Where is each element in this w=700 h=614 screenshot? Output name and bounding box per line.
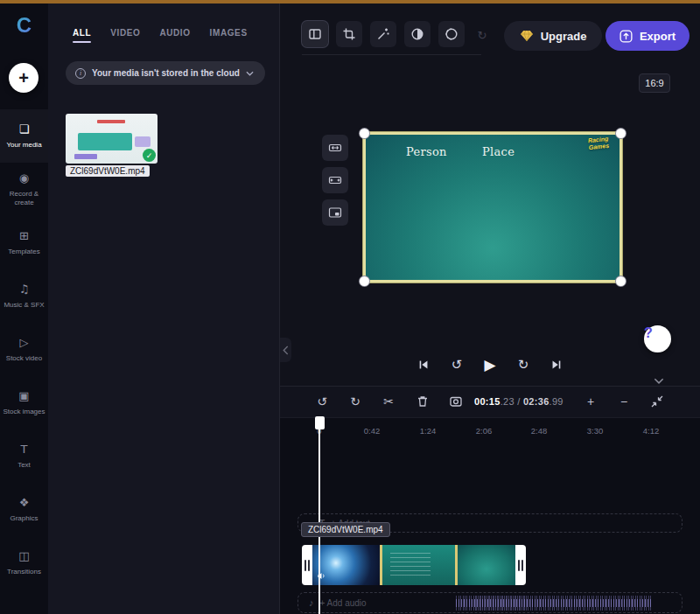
cloud-storage-banner[interactable]: i Your media isn't stored in the cloud xyxy=(66,61,265,85)
fit-video-button[interactable] xyxy=(322,135,348,161)
current-time-fraction: .23 xyxy=(500,396,514,407)
sidebar-item-text[interactable]: T Text xyxy=(0,429,48,483)
tab-all[interactable]: ALL xyxy=(73,28,91,43)
zoom-in-icon: + xyxy=(587,394,594,408)
skip-to-start-button[interactable] xyxy=(411,352,436,377)
plus-icon: + xyxy=(18,68,29,88)
tab-video[interactable]: VIDEO xyxy=(110,28,140,43)
preview-canvas[interactable]: Person Place Racing Games xyxy=(363,132,622,283)
collapse-preview-controls-button[interactable] xyxy=(648,374,670,387)
redo-icon: ↻ xyxy=(350,394,360,408)
thumbnail-art xyxy=(74,154,97,159)
transitions-icon: ◫ xyxy=(18,549,29,563)
tab-audio[interactable]: AUDIO xyxy=(159,28,190,43)
main-area: ↻ Upgrade Export 16:9 Person Place Racin… xyxy=(280,3,700,614)
crop-button[interactable] xyxy=(336,21,362,47)
skip-start-icon xyxy=(416,358,430,372)
add-media-button[interactable]: + xyxy=(9,63,38,93)
snapshot-button[interactable] xyxy=(444,390,467,413)
gem-icon xyxy=(520,29,534,43)
filters-button[interactable] xyxy=(438,21,465,47)
timeline: ↺ ↻ ✂ 00:15.23 / 02:36.99 + xyxy=(280,386,700,614)
sidebar-item-templates[interactable]: ⊞ Templates xyxy=(0,216,48,269)
add-audio-track[interactable]: ♪ + Add audio xyxy=(298,592,682,613)
video-clip-3[interactable] xyxy=(458,545,515,585)
fill-frame-icon xyxy=(328,173,342,187)
zoom-in-button[interactable]: + xyxy=(579,390,602,413)
aspect-ratio-badge[interactable]: 16:9 xyxy=(639,73,670,93)
question-mark-icon: ? xyxy=(644,325,653,340)
resize-handle-top-left[interactable] xyxy=(360,129,369,138)
resize-handle-top-right[interactable] xyxy=(616,129,626,138)
delete-button[interactable] xyxy=(411,390,434,413)
timeline-toolbar: ↺ ↻ ✂ 00:15.23 / 02:36.99 + xyxy=(280,387,700,418)
your-media-icon: ❏ xyxy=(19,122,30,136)
layout-icon xyxy=(308,27,322,41)
magic-wand-icon xyxy=(376,27,390,41)
sidebar-item-label: Music & SFX xyxy=(2,301,47,310)
trim-handle-left[interactable] xyxy=(302,545,312,585)
media-filename: ZCl69dVtW0E.mp4 xyxy=(66,165,150,177)
jump-forward-button[interactable]: ↻ xyxy=(511,352,536,377)
play-button[interactable]: ▶ xyxy=(478,352,502,377)
check-icon: ✓ xyxy=(143,149,156,162)
sidebar-item-your-media[interactable]: ❏ Your media xyxy=(0,109,48,163)
resize-handle-bottom-right[interactable] xyxy=(616,276,626,286)
sidebar-item-stock-images[interactable]: ▣ Stock images xyxy=(0,376,48,429)
help-button[interactable]: ? xyxy=(644,325,671,352)
tab-images[interactable]: IMAGES xyxy=(210,28,248,43)
ruler-tick: 0:42 xyxy=(364,426,381,436)
resize-handle-bottom-left[interactable] xyxy=(360,276,369,286)
video-clip-2[interactable] xyxy=(382,545,455,585)
clip-tooltip: ZCl69dVtW0E.mp4 xyxy=(301,522,390,537)
camera-frame-icon xyxy=(449,394,463,408)
skip-end-icon xyxy=(550,358,564,372)
trim-handle-right[interactable] xyxy=(515,545,526,585)
thumbnail-art xyxy=(135,136,150,147)
playback-controls: ↺ ▶ ↻ xyxy=(280,352,700,377)
export-label: Export xyxy=(640,30,676,43)
adjust-colors-button[interactable] xyxy=(404,21,430,47)
fit-timeline-button[interactable] xyxy=(646,390,668,413)
export-arrow-icon xyxy=(620,30,633,43)
layout-panel-button[interactable] xyxy=(302,21,328,47)
collapse-media-panel-button[interactable] xyxy=(280,338,291,362)
skip-to-end-button[interactable] xyxy=(544,352,569,377)
media-panel: ALL VIDEO AUDIO IMAGES i Your media isn'… xyxy=(48,3,280,614)
sidebar-item-record-create[interactable]: ◉ Record & create xyxy=(0,163,48,216)
undo-button[interactable]: ↺ xyxy=(311,390,333,413)
stock-images-icon: ▣ xyxy=(18,389,29,403)
pip-icon xyxy=(328,206,342,220)
scissors-icon: ✂ xyxy=(383,394,394,408)
redo-button[interactable]: ↻ xyxy=(344,390,367,413)
video-watermark: Racing Games xyxy=(579,135,617,152)
upgrade-button[interactable]: Upgrade xyxy=(504,21,602,51)
ruler-tick: 2:06 xyxy=(476,426,493,436)
fill-video-button[interactable] xyxy=(322,167,348,193)
jump-back-button[interactable]: ↺ xyxy=(444,352,469,377)
redo-icon: ↻ xyxy=(478,29,487,42)
zoom-out-button[interactable]: − xyxy=(612,390,635,413)
sidebar-item-graphics[interactable]: ❖ Graphics xyxy=(0,483,48,536)
record-create-icon: ◉ xyxy=(19,171,29,185)
trash-icon xyxy=(416,394,430,408)
total-time: 02:36 xyxy=(523,396,550,407)
clipchamp-logo: C xyxy=(0,10,48,40)
playhead-line[interactable] xyxy=(318,416,320,614)
music-sfx-icon: ♫ xyxy=(19,283,30,297)
chevron-left-icon xyxy=(283,345,289,355)
picture-in-picture-button[interactable] xyxy=(322,199,348,226)
sidebar-item-label: Stock video xyxy=(2,354,47,363)
export-button[interactable]: Export xyxy=(606,21,690,51)
effects-button[interactable] xyxy=(370,21,396,47)
sidebar-item-label: Graphics xyxy=(2,514,47,523)
redo-effect-button[interactable]: ↻ xyxy=(472,25,492,45)
sidebar-item-stock-video[interactable]: ▷ Stock video xyxy=(0,323,48,376)
ruler-tick: 2:48 xyxy=(531,426,548,436)
chevron-down-icon xyxy=(246,71,254,76)
media-thumbnail[interactable]: ✓ xyxy=(66,114,158,164)
sidebar-item-transitions[interactable]: ◫ Transitions xyxy=(0,536,48,590)
text-icon: T xyxy=(21,443,28,457)
split-button[interactable]: ✂ xyxy=(377,390,400,413)
sidebar-item-music-sfx[interactable]: ♫ Music & SFX xyxy=(0,269,48,323)
